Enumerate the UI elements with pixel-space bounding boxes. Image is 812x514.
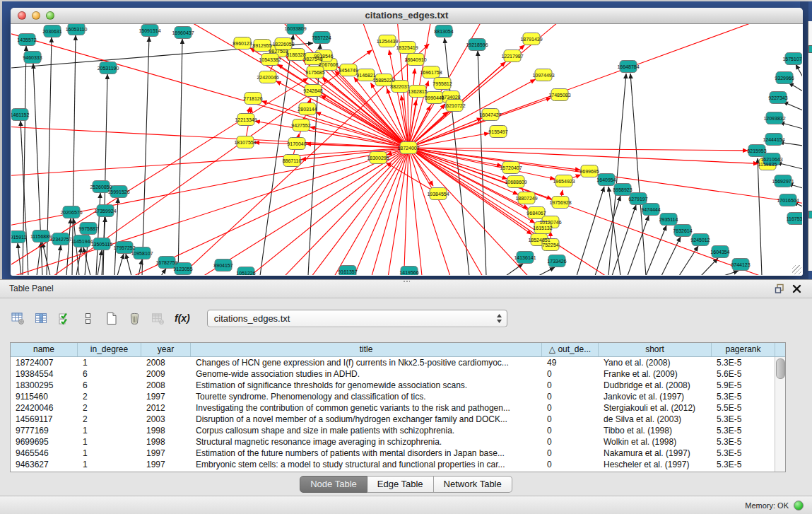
table-row[interactable]: 1456911722003Disruption of a novel membe… [11, 414, 775, 425]
show-columns-icon[interactable] [35, 312, 48, 325]
svg-text:9329966: 9329966 [775, 76, 794, 81]
svg-text:9242848: 9242848 [303, 88, 322, 93]
table-cell: 18300295 [11, 380, 78, 391]
column-header-short[interactable]: short [599, 343, 712, 356]
delete-column-icon[interactable] [128, 312, 141, 325]
svg-text:10543382: 10543382 [259, 57, 281, 62]
table-cell: 1997 [141, 459, 191, 470]
status-bar: Memory: OK [0, 496, 812, 514]
table-row[interactable]: 2242004622012Investigating the contribut… [11, 402, 775, 414]
zoom-window-icon[interactable] [46, 11, 54, 20]
float-panel-icon[interactable] [775, 284, 785, 294]
window-resize-grip[interactable] [792, 265, 801, 274]
table-cell: 9777169 [11, 425, 78, 436]
svg-text:22420046: 22420046 [257, 75, 278, 80]
network-canvas[interactable]: 1872400791468211588522088220371362815169… [11, 24, 802, 275]
table-row[interactable]: 1938455462009Genome-wide association stu… [11, 368, 775, 380]
minimize-window-icon[interactable] [32, 11, 40, 20]
table-cell: Disruption of a novel member of a sodium… [191, 414, 542, 425]
network-graph[interactable]: 1872400791468211588522088220371362815169… [11, 24, 802, 275]
memory-ok-led-icon [794, 501, 804, 510]
column-header-in_degree[interactable]: in_degree [78, 343, 141, 356]
svg-text:12342757: 12342757 [49, 237, 71, 242]
table-panel-titlebar[interactable]: Table Panel [0, 280, 812, 298]
table-cell: 1 [78, 448, 141, 459]
table-cell: 1 [78, 436, 141, 448]
table-cell: Stergiakouli et al. (2012) [599, 402, 712, 414]
svg-text:17957252: 17957252 [113, 245, 135, 250]
table-row[interactable]: 946362711997Embryonic stem cells: a mode… [11, 459, 775, 470]
svg-text:1435572: 1435572 [17, 37, 36, 42]
svg-text:12213349: 12213349 [235, 117, 257, 122]
table-cell: 2008 [141, 357, 191, 368]
table-cell: 2 [78, 391, 141, 402]
svg-text:12093832: 12093832 [763, 116, 785, 121]
column-header-out_de[interactable]: △ out_de... [542, 343, 599, 356]
tab-node-table[interactable]: Node Table [300, 476, 367, 493]
svg-text:1419566: 1419566 [399, 270, 418, 275]
column-header-year[interactable]: year [141, 343, 191, 356]
background-node-fragment [808, 45, 812, 53]
svg-text:16960437: 16960437 [172, 30, 194, 35]
table-row[interactable]: 1872400712008Changes of HCN gene express… [11, 357, 775, 368]
table-row[interactable]: 911546021997Tourette syndrome. Phenomeno… [11, 391, 775, 402]
svg-text:8822037: 8822037 [390, 84, 409, 89]
table-cell: 2008 [141, 380, 191, 391]
svg-text:8960123: 8960123 [233, 41, 252, 46]
column-header-pagerank[interactable]: pagerank [712, 343, 775, 356]
scrollbar-thumb[interactable] [776, 358, 785, 379]
table-cell: Franke et al. (2009) [599, 368, 712, 380]
svg-text:8912955: 8912955 [252, 43, 271, 48]
svg-text:25260850: 25260850 [90, 185, 112, 189]
select-rows-icon[interactable] [58, 312, 71, 325]
new-column-icon[interactable] [105, 312, 118, 325]
svg-text:6734028: 6734028 [441, 95, 460, 100]
table-cell: 5.3E-5 [712, 448, 775, 459]
table-select-combobox[interactable]: citations_edges.txt [207, 310, 507, 327]
function-builder-icon[interactable]: f(x) [175, 312, 190, 325]
close-window-icon[interactable] [18, 11, 26, 20]
svg-text:17016504: 17016504 [777, 198, 799, 203]
svg-text:9175685: 9175685 [305, 70, 324, 75]
svg-text:8904157: 8904157 [213, 263, 233, 268]
table-cell: Embryonic stem cells: a model to study s… [191, 459, 542, 470]
window-traffic-lights [18, 11, 54, 20]
svg-text:9161357: 9161357 [338, 269, 357, 274]
svg-text:1159835: 1159835 [758, 162, 777, 167]
svg-text:14136141: 14136141 [514, 255, 536, 260]
table-row[interactable]: 969969511998Structural magnetic resonanc… [11, 436, 775, 448]
table-cell: Estimation of the future numbers of pati… [191, 448, 542, 459]
table-cell: Jankovic et al. (1997) [599, 391, 712, 402]
svg-text:9227343: 9227343 [768, 95, 787, 100]
column-header-title[interactable]: title [191, 343, 542, 356]
svg-text:10120746: 10120746 [539, 220, 561, 225]
table-cell: Tourette syndrome. Phenomenology and cla… [191, 391, 542, 402]
network-window-titlebar[interactable]: citations_edges.txt [11, 8, 803, 24]
table-cell: 2 [78, 402, 141, 414]
table-settings-icon[interactable] [11, 312, 25, 325]
table-row[interactable]: 977716911998Corpus callosum shape and si… [11, 425, 775, 436]
svg-text:9744123: 9744123 [731, 262, 750, 267]
row-height-icon[interactable] [81, 312, 95, 325]
tab-network-table[interactable]: Network Table [434, 476, 512, 493]
table-cell: Dudbridge et al. (2008) [599, 380, 712, 391]
table-row[interactable]: 1830029562008Estimation of significance … [11, 380, 775, 391]
tab-edge-table[interactable]: Edge Table [367, 476, 434, 493]
close-panel-icon[interactable] [792, 284, 802, 294]
svg-text:6279197: 6279197 [628, 197, 647, 201]
table-row[interactable]: 946554611997Estimation of the future num… [11, 448, 775, 459]
svg-text:1615132: 1615132 [533, 226, 552, 230]
table-cell: 6 [78, 380, 141, 391]
svg-text:15091514: 15091514 [139, 28, 160, 33]
table-cell: 2 [78, 414, 141, 425]
column-header-name[interactable]: name [11, 343, 78, 356]
table-vertical-scrollbar[interactable] [775, 357, 785, 472]
table-cell: Yano et al. (2008) [599, 357, 712, 368]
svg-text:2803144: 2803144 [298, 107, 317, 112]
svg-text:11254439: 11254439 [377, 39, 399, 44]
table-cell: 0 [542, 436, 599, 448]
panel-drag-handle-icon[interactable] [403, 280, 410, 284]
network-desktop-background: citations_edges.txt [2, 1, 812, 279]
svg-text:1461152: 1461152 [11, 112, 29, 117]
table-cell: 0 [542, 414, 599, 425]
